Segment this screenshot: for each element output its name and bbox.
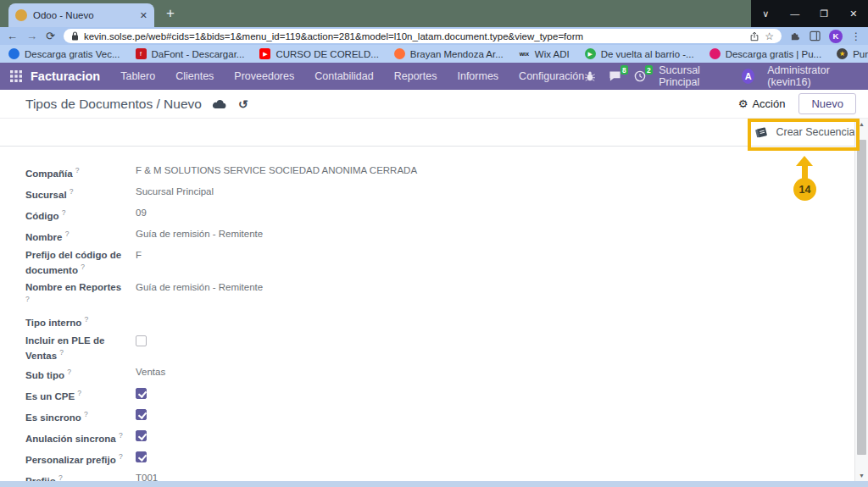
field-label-anulacion-sincrona: Anulación sincrona ? xyxy=(25,429,127,445)
form-sheet: Compañía ?F & M SOLUTIONS SERVICE SOCIED… xyxy=(0,147,854,481)
action-menu[interactable]: ⚙ Acción xyxy=(738,97,786,110)
apps-grid-icon[interactable] xyxy=(10,70,22,82)
field-row-sub-tipo: Sub tipo ?Ventas xyxy=(25,365,824,382)
menu-reportes[interactable]: Reportes xyxy=(394,70,437,82)
messages-icon[interactable]: 8 xyxy=(609,70,621,82)
highlight-box xyxy=(748,119,860,151)
checkbox-es-sincrono[interactable] xyxy=(136,409,147,420)
help-marker: ? xyxy=(75,166,80,174)
checkbox-es-un-cpe[interactable] xyxy=(136,388,147,399)
youtube-icon: ▶ xyxy=(259,48,270,59)
field-row-personalizar-prefijo: Personalizar prefijo ? xyxy=(25,450,824,467)
browser-profile-avatar[interactable]: K xyxy=(829,30,843,43)
horizontal-scrollbar[interactable] xyxy=(0,481,868,487)
maximize-button[interactable]: ❐ xyxy=(810,0,839,27)
reload-button[interactable]: ⟳ xyxy=(46,30,55,42)
field-label-incluir-en-ple-de-ventas: Incluir en PLE de Ventas ? xyxy=(25,334,127,362)
field-label-codigo: Código ? xyxy=(25,206,127,222)
new-button[interactable]: Nuevo xyxy=(798,93,856,114)
field-row-anulacion-sincrona: Anulación sincrona ? xyxy=(25,429,824,445)
star-icon: ★ xyxy=(837,48,848,59)
field-value-sucursal[interactable]: Sucursal Principal xyxy=(136,185,824,197)
form-button-box: Crear Secuencia xyxy=(0,119,868,147)
tab-search-icon[interactable]: ∨ xyxy=(751,0,781,27)
browser-menu-icon[interactable]: ⋮ xyxy=(851,30,861,42)
field-value-sub-tipo[interactable]: Ventas xyxy=(136,365,824,378)
address-bar[interactable]: kevin.solse.pe/web#cids=1&bids=1&menu_id… xyxy=(64,29,782,43)
vertical-scrollbar[interactable]: ▲ ▼ xyxy=(854,119,868,481)
help-marker: ? xyxy=(77,389,81,397)
field-value-compania[interactable]: F & M SOLUTIONS SERVICE SOCIEDAD ANONIMA… xyxy=(136,163,824,176)
breadcrumb[interactable]: Tipos de Documentos / Nuevo xyxy=(25,97,202,112)
menu-informes[interactable]: Informes xyxy=(457,70,498,82)
field-value-nombre[interactable]: Guía de remisión - Remitente xyxy=(136,227,824,240)
field-row-incluir-en-ple-de-ventas: Incluir en PLE de Ventas ? xyxy=(25,334,824,362)
bookmark-wix-adi[interactable]: WIXWix ADI xyxy=(519,48,570,59)
discard-icon[interactable]: ↻ xyxy=(238,97,248,111)
activities-icon[interactable]: 2 xyxy=(634,70,646,82)
minimize-button[interactable]: — xyxy=(781,0,810,27)
tab-close-icon[interactable]: ✕ xyxy=(140,10,147,21)
window-controls: ∨ — ❐ ✕ xyxy=(751,0,868,27)
help-marker: ? xyxy=(67,368,71,376)
field-value-tipo-interno[interactable] xyxy=(136,313,824,313)
field-row-prefijo-del-codigo-de-documento: Prefijo del código de documento ?F xyxy=(25,248,824,276)
bookmark-label: CURSO DE CORELD... xyxy=(275,49,378,59)
scroll-down-icon[interactable]: ▼ xyxy=(855,473,868,479)
browser-tab[interactable]: Odoo - Nuevo ✕ xyxy=(8,3,154,27)
branch-selector[interactable]: Sucursal Principal xyxy=(659,64,729,88)
bookmark-curso-de-coreld[interactable]: ▶CURSO DE CORELD... xyxy=(259,48,378,59)
bookmark-label: Punto de venta Ven... xyxy=(853,49,868,59)
field-row-compania: Compañía ?F & M SOLUTIONS SERVICE SOCIED… xyxy=(25,163,824,180)
share-icon[interactable] xyxy=(749,31,760,42)
bookmark-descarga-gratis-vec[interactable]: Descarga gratis Vec... xyxy=(8,48,120,59)
bookmark-brayan-mendoza-ar[interactable]: Brayan Mendoza Ar... xyxy=(394,48,504,59)
scrollbar-thumb[interactable] xyxy=(857,140,866,455)
extensions-icon[interactable] xyxy=(790,30,801,42)
help-marker: ? xyxy=(119,431,123,440)
menu-tablero[interactable]: Tablero xyxy=(120,70,155,82)
bookmark-descarga-gratis-pu[interactable]: Descarga gratis | Pu... xyxy=(709,48,822,59)
field-value-prefijo-del-codigo-de-documento[interactable]: F xyxy=(136,248,824,261)
bookmark-dafont-descargar[interactable]: fDaFont - Descargar... xyxy=(136,48,245,59)
bookmark-punto-de-venta-ven[interactable]: ★Punto de venta Ven... xyxy=(837,48,868,59)
checkbox-personalizar-prefijo[interactable] xyxy=(136,451,147,462)
user-avatar[interactable]: A xyxy=(742,69,754,84)
user-menu[interactable]: Administrator (kevin16) xyxy=(767,64,858,88)
field-row-codigo: Código ?09 xyxy=(25,206,824,223)
menu-contabilidad[interactable]: Contabilidad xyxy=(314,70,374,82)
action-label: Acción xyxy=(752,97,785,110)
field-label-es-un-cpe: Es un CPE ? xyxy=(25,386,127,402)
bookmark-star-icon[interactable]: ☆ xyxy=(765,30,774,42)
activities-badge: 2 xyxy=(645,65,654,75)
url-text: kevin.solse.pe/web#cids=1&bids=1&menu_id… xyxy=(84,31,744,42)
menu-clientes[interactable]: Clientes xyxy=(175,70,214,82)
back-button[interactable]: ← xyxy=(7,30,18,42)
help-marker: ? xyxy=(84,315,88,324)
menu-proveedores[interactable]: Proveedores xyxy=(234,70,294,82)
new-tab-button[interactable]: + xyxy=(166,5,175,22)
field-value-codigo[interactable]: 09 xyxy=(136,206,824,219)
help-marker: ? xyxy=(62,208,66,217)
menu-configuracion[interactable]: Configuración xyxy=(519,70,584,82)
field-label-sucursal: Sucursal ? xyxy=(25,185,127,201)
save-cloud-icon[interactable] xyxy=(212,99,226,109)
field-row-nombre-en-reportes: Nombre en Reportes ?Guía de remisión - R… xyxy=(25,280,824,308)
checkbox-incluir-en-ple-de-ventas[interactable] xyxy=(136,335,147,346)
step-number-badge: 14 xyxy=(793,178,816,201)
checkbox-anulacion-sincrona[interactable] xyxy=(136,430,147,441)
vecteezy-icon xyxy=(8,48,19,59)
field-label-es-sincrono: Es sincrono ? xyxy=(25,407,127,423)
field-row-es-un-cpe: Es un CPE ? xyxy=(25,386,824,403)
field-row-tipo-interno: Tipo interno ? xyxy=(25,313,824,329)
bookmark-de-vuelta-al-barrio[interactable]: ▶De vuelta al barrio -... xyxy=(585,48,694,59)
dafont-icon: f xyxy=(136,48,147,59)
field-label-compania: Compañía ? xyxy=(25,163,127,180)
help-marker: ? xyxy=(25,295,30,303)
side-panel-icon[interactable] xyxy=(810,30,821,42)
debug-bug-icon[interactable] xyxy=(584,70,596,82)
forward-button[interactable]: → xyxy=(26,30,37,42)
app-name[interactable]: Facturacion xyxy=(31,69,100,83)
field-value-nombre-en-reportes[interactable]: Guía de remisión - Remitente xyxy=(136,280,824,293)
window-close-button[interactable]: ✕ xyxy=(839,0,868,27)
